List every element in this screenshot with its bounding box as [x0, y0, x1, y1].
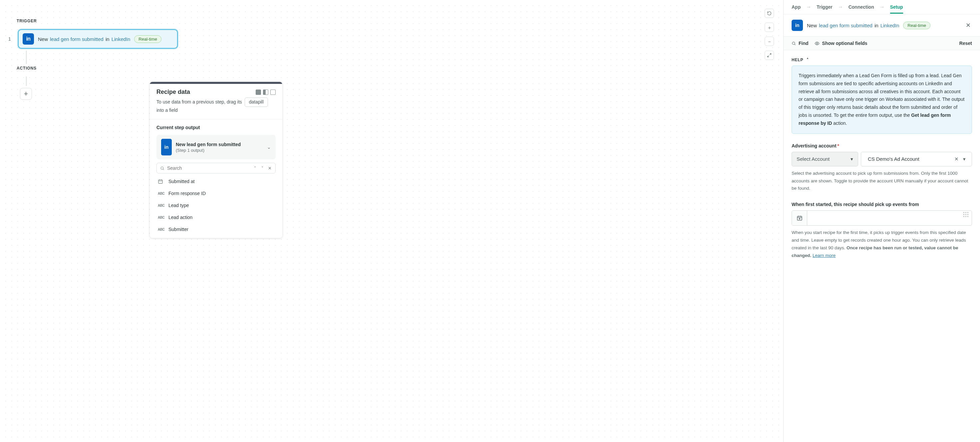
actions-section-label: ACTIONS	[17, 66, 783, 71]
recipe-data-subtitle: To use data from a previous step, drag i…	[156, 97, 275, 114]
learn-more-link[interactable]: Learn more	[813, 253, 835, 258]
label: Show optional fields	[822, 41, 867, 46]
setup-title: New lead gen form submitted in LinkedIn …	[807, 22, 960, 29]
field-label: Advertising account*	[792, 143, 972, 148]
canvas-toolbar: ＋ －	[765, 9, 774, 60]
datapill-label: Lead type	[169, 203, 189, 208]
svg-line-9	[795, 44, 795, 45]
datapill-search-input[interactable]	[167, 165, 251, 171]
zoom-out-button[interactable]: －	[765, 37, 774, 46]
date-text-input[interactable]	[807, 211, 960, 225]
plus-icon: ＋	[767, 25, 772, 30]
show-optional-button[interactable]: Show optional fields	[815, 41, 867, 46]
fit-view-button[interactable]	[765, 51, 774, 60]
text: Triggers immediately when a Lead Gen For…	[799, 73, 964, 118]
field-hint: Select the advertising account to pick u…	[792, 170, 972, 193]
close-panel-button[interactable]: ✕	[964, 21, 972, 29]
view-mode-toggle	[256, 89, 275, 95]
clear-icon[interactable]: ✕	[952, 156, 960, 162]
trigger-section-label: TRIGGER	[17, 19, 783, 23]
help-toggle[interactable]: HELP ˄	[792, 57, 809, 62]
datapill-item[interactable]: ABC Lead type	[156, 199, 275, 211]
datapill-item[interactable]: Submitted at	[156, 175, 275, 188]
datapill-item[interactable]: ABC Lead action	[156, 211, 275, 223]
arrow-right-icon: →	[838, 4, 843, 10]
datapill-item[interactable]: ABC Submitter	[156, 223, 275, 235]
crumb-app[interactable]: App	[792, 4, 800, 10]
output-source-card[interactable]: in New lead gen form submitted (Step 1 o…	[156, 135, 275, 159]
text: New	[38, 36, 48, 42]
view-list-icon[interactable]	[270, 89, 275, 95]
output-subtitle: (Step 1 output)	[176, 148, 263, 153]
datapill-label: Lead action	[169, 215, 192, 220]
reset-button[interactable]: Reset	[959, 41, 972, 46]
label: Reset	[959, 41, 972, 46]
trigger-name-link: lead gen form submitted	[819, 23, 872, 28]
datapill-label: Submitted at	[169, 179, 195, 184]
required-asterisk: *	[838, 143, 839, 148]
datapill-search: ˄ ˅ ✕	[156, 163, 275, 173]
calendar-icon	[158, 179, 164, 184]
output-title: New lead gen form submitted	[176, 142, 263, 147]
resize-grip-icon[interactable]	[960, 211, 972, 225]
since-date-input[interactable]	[792, 210, 972, 226]
recipe-canvas[interactable]: ＋ － TRIGGER 1 in New lead gen form submi…	[0, 0, 784, 442]
setup-content: HELP ˄ Triggers immediately when a Lead …	[784, 50, 980, 442]
realtime-badge: Real-time	[903, 22, 931, 29]
add-step-button[interactable]: +	[20, 88, 32, 100]
field-hint: When you start recipe for the first time…	[792, 229, 972, 259]
text: in	[875, 23, 878, 28]
text: into a field	[156, 108, 178, 113]
connector-line	[26, 51, 27, 64]
search-clear-button[interactable]: ✕	[266, 164, 273, 172]
eye-icon	[815, 41, 819, 46]
search-prev-button[interactable]: ˄	[251, 164, 259, 172]
search-next-button[interactable]: ˅	[259, 164, 266, 172]
svg-line-3	[163, 169, 164, 170]
text-type-icon: ABC	[158, 216, 164, 219]
linkedin-icon: in	[161, 139, 172, 156]
app-name-link: LinkedIn	[880, 23, 899, 28]
zoom-in-button[interactable]: ＋	[765, 23, 774, 32]
undo-button[interactable]	[765, 9, 774, 18]
text: Advertising account	[792, 143, 837, 148]
svg-rect-4	[158, 180, 162, 184]
chevron-down-icon: ⌄	[267, 145, 271, 150]
help-label: HELP	[792, 57, 803, 62]
trigger-step-card[interactable]: in New lead gen form submitted in Linked…	[18, 29, 178, 49]
account-mode-select[interactable]: Select Account ▾	[792, 152, 858, 167]
linkedin-icon: in	[792, 20, 803, 31]
select-label: Select Account	[797, 156, 829, 162]
crumb-trigger[interactable]: Trigger	[816, 4, 832, 10]
setup-toolbar: Find Show optional fields Reset	[784, 37, 980, 50]
expand-icon	[767, 53, 772, 57]
calendar-icon[interactable]	[792, 211, 807, 225]
arrow-right-icon: →	[806, 4, 811, 10]
view-compact-icon[interactable]	[256, 89, 261, 95]
setup-panel: App → Trigger → Connection → Setup in Ne…	[784, 0, 980, 442]
datapill-chip: datapill	[245, 97, 268, 107]
crumb-connection[interactable]: Connection	[848, 4, 874, 10]
step-number: 1	[8, 36, 11, 41]
datapill-label: Form response ID	[169, 191, 206, 196]
crumb-setup[interactable]: Setup	[890, 4, 903, 14]
field-advertising-account: Advertising account* Select Account ▾ CS…	[792, 143, 972, 193]
datapill-item[interactable]: ABC Form response ID	[156, 188, 275, 199]
datapill-label: Submitter	[169, 227, 188, 232]
svg-point-2	[161, 167, 164, 169]
svg-point-10	[816, 43, 818, 44]
search-icon	[160, 166, 164, 170]
find-button[interactable]: Find	[792, 41, 808, 46]
help-text: Triggers immediately when a Lead Gen For…	[792, 65, 972, 134]
svg-point-15	[799, 218, 800, 219]
app-name-link: LinkedIn	[111, 36, 130, 42]
search-icon	[792, 41, 796, 46]
chevron-up-icon: ˄	[807, 57, 809, 62]
caret-down-icon: ▾	[851, 156, 853, 162]
account-value-input[interactable]: CS Demo's Ad Account ✕ ▾	[861, 152, 972, 167]
view-split-icon[interactable]	[263, 89, 268, 95]
linkedin-icon: in	[23, 33, 34, 45]
text: New	[807, 23, 817, 28]
caret-down-icon[interactable]: ▾	[960, 156, 968, 162]
svg-line-0	[770, 54, 771, 55]
